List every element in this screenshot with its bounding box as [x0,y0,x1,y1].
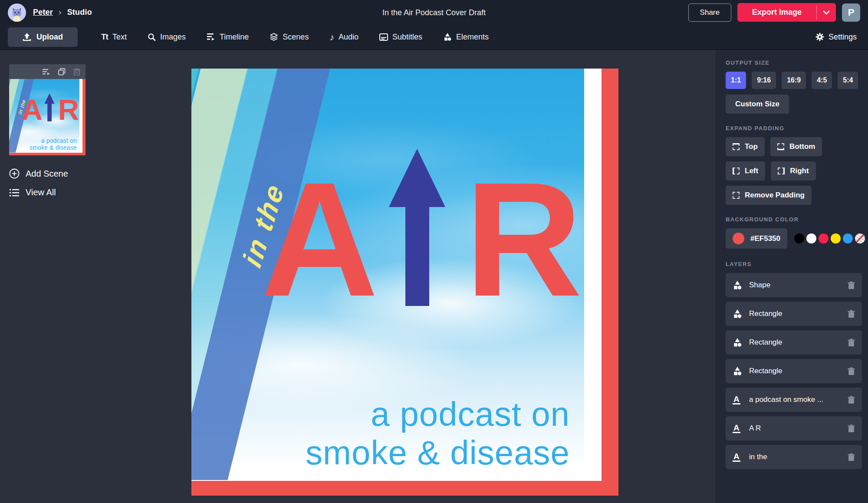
subtitles-icon [379,33,388,41]
preset-yellow[interactable] [831,233,841,243]
tab-subtitles[interactable]: Subtitles [371,28,431,46]
upload-button[interactable]: Upload [8,27,78,47]
layer-row-rectangle-2[interactable]: Rectangle [726,330,862,355]
preset-white[interactable] [806,233,816,243]
padding-right-icon [778,168,785,174]
view-all-button[interactable]: View All [9,187,95,197]
layer-label: Rectangle [749,309,848,318]
layer-row-shape[interactable]: Shape [726,273,862,297]
layer-label: a podcast on smoke ... [749,395,848,404]
cover-letter-r[interactable]: R [465,158,582,321]
tab-images-label: Images [160,33,186,42]
preset-transparent[interactable] [855,233,865,243]
top-bar: Peter › Studio In the Air Podcast Cover … [0,0,868,25]
layer-row-rectangle-1[interactable]: Rectangle [726,302,862,326]
text-icon: Tt [101,32,108,42]
delete-layer-icon[interactable] [848,310,855,318]
expand-padding-label: EXPAND PADDING [726,125,862,132]
size-option-5-4[interactable]: 5:4 [838,72,858,89]
share-button[interactable]: Share [688,3,731,22]
layer-row-text-inthe[interactable]: A in the [726,445,862,469]
padding-left-button[interactable]: Left [726,161,765,181]
padding-right-button[interactable]: Right [771,161,815,181]
shape-layer-icon [733,309,746,319]
profile-chip[interactable]: P [842,3,860,22]
export-image-label[interactable]: Export Image [737,3,816,22]
upload-label: Upload [36,33,63,42]
delete-layer-icon[interactable] [848,424,855,433]
export-image-button[interactable]: Export Image [737,3,836,22]
padding-bottom-label: Bottom [789,142,815,151]
plus-circle-icon [9,168,20,179]
scene-reorder-icon[interactable] [43,69,50,75]
layer-label: Shape [749,281,848,289]
export-options-caret[interactable] [816,6,836,20]
current-color-swatch [733,233,744,244]
layer-row-text-podcast[interactable]: A a podcast on smoke ... [726,388,862,412]
shape-layer-icon [733,366,746,376]
text-layer-icon: A [733,424,746,434]
scene-duplicate-icon[interactable] [58,68,66,76]
preset-blue[interactable] [843,233,853,243]
user-avatar[interactable] [8,3,26,22]
scene-thumbnail[interactable]: in the A R a podcast on smoke & disease [9,79,85,155]
scene-thumbnail-cover: in the A R a podcast on smoke & disease [9,79,85,155]
canvas[interactable]: in the A R a podcast on smoke & disease [191,69,618,496]
size-option-16-9[interactable]: 16:9 [782,72,806,89]
red-frame-right[interactable] [602,69,618,496]
tab-scenes[interactable]: Scenes [261,28,317,46]
layer-row-text-ar[interactable]: A A R [726,416,862,441]
scenes-icon [270,33,278,41]
background-color-chip[interactable]: #EF5350 [726,228,787,249]
tab-audio[interactable]: ♪ Audio [321,28,367,46]
scene-card: in the A R a podcast on smoke & disease [9,64,85,155]
layers-label: LAYERS [726,261,862,267]
delete-layer-icon[interactable] [848,453,855,461]
cover-letter-a[interactable]: A [261,158,378,321]
layer-label: Rectangle [749,338,848,347]
remove-padding-icon [733,192,740,199]
shape-layer-icon [733,280,746,290]
breadcrumb: Peter › Studio [33,8,92,17]
delete-layer-icon[interactable] [848,367,855,375]
list-icon [9,188,20,197]
size-option-9-16[interactable]: 9:16 [752,72,776,89]
tagline-line1: a podcast on [30,138,77,145]
up-arrow-shape[interactable] [389,149,445,306]
size-option-1-1[interactable]: 1:1 [726,72,746,89]
cover-tagline[interactable]: a podcast on smoke & disease [306,395,570,472]
padding-bottom-button[interactable]: Bottom [770,137,822,156]
up-arrow-shape [44,93,54,122]
delete-layer-icon[interactable] [848,281,855,289]
custom-size-button[interactable]: Custom Size [726,95,789,114]
add-scene-button[interactable]: Add Scene [9,168,95,179]
tab-timeline[interactable]: Timeline [198,28,257,46]
output-size-label: OUTPUT SIZE [726,59,862,66]
canvas-area: in the A R a podcast on smoke & disease [95,50,715,503]
layer-row-rectangle-3[interactable]: Rectangle [726,359,862,383]
scene-delete-icon[interactable] [73,68,80,76]
remove-padding-button[interactable]: Remove Padding [726,186,812,205]
scenes-sidebar: in the A R a podcast on smoke & disease [0,50,95,503]
breadcrumb-user-link[interactable]: Peter [33,8,53,16]
red-frame-bottom[interactable] [191,481,618,496]
tab-scenes-label: Scenes [283,33,309,42]
main-toolbar: Upload Tt Text Images Timeline Scenes ♪ … [0,25,868,50]
tab-images[interactable]: Images [139,28,194,46]
text-layer-icon: A [733,452,746,462]
output-size-options: 1:1 9:16 16:9 4:5 5:4 [726,72,862,89]
add-scene-label: Add Scene [26,169,68,179]
preset-red[interactable] [819,233,829,243]
settings-panel: OUTPUT SIZE 1:1 9:16 16:9 4:5 5:4 Custom… [715,50,868,503]
delete-layer-icon[interactable] [848,339,855,347]
settings-button[interactable]: Settings [815,33,860,42]
layer-label: Rectangle [749,367,848,375]
tagline-line2: smoke & disease [30,144,77,151]
delete-layer-icon[interactable] [848,396,855,404]
tab-timeline-label: Timeline [220,33,249,42]
preset-black[interactable] [794,233,804,243]
size-option-4-5[interactable]: 4:5 [812,72,832,89]
tab-text[interactable]: Tt Text [92,28,135,46]
padding-top-button[interactable]: Top [726,137,765,156]
tab-elements[interactable]: Elements [434,28,497,46]
